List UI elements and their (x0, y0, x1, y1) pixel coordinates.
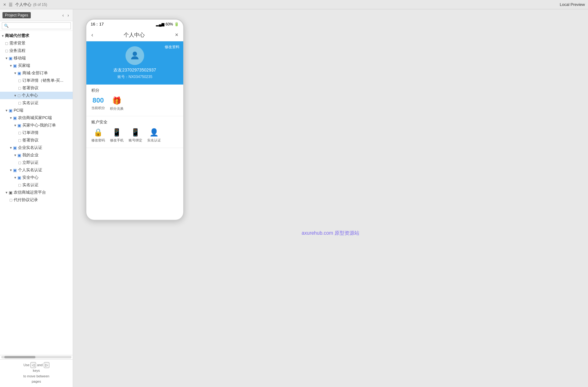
chevron-icon: ▼ (1, 34, 4, 38)
tree-item-qsxy1[interactable]: ▢ 签署协议 (0, 84, 73, 92)
chevron-icon: ▼ (9, 168, 12, 172)
watermark: axurehub.com 原型资源站 (85, 230, 576, 237)
tree-item-qbdd[interactable]: ▼ ▣ 商城-全部订单 (0, 69, 73, 77)
close-icon[interactable]: ✕ (3, 2, 6, 7)
chevron-icon: ▼ (14, 71, 17, 75)
chevron-icon: ▼ (14, 94, 17, 97)
page-title: 个人中心 (15, 2, 31, 7)
avatar (125, 46, 144, 65)
nav-arrows: ‹ › (61, 12, 70, 18)
main-layout: Project Pages ‹ › ▼ 商城代付需求 ▢ 需求背景 ▢ (0, 9, 588, 387)
tree-item-nxmjpc[interactable]: ▼ ▣ 农信商城买家PC端 (0, 114, 73, 122)
battery-pct: 60% (166, 22, 173, 26)
tree-item-smrz1[interactable]: ▢ 实名认证 (0, 99, 73, 107)
close-button[interactable]: × (175, 32, 178, 38)
tree-item-ddxq[interactable]: ▢ 订单详情（销售单-买... (0, 77, 73, 84)
footer-keys: keys (33, 369, 40, 372)
tree-item-wdqy[interactable]: ▼ ▣ 我的企业 (0, 151, 73, 159)
chevron-icon: ▼ (9, 116, 12, 120)
points-title: 积分 (91, 88, 178, 93)
nav-back-button[interactable]: ‹ (61, 12, 65, 18)
tree-label: 立即认证 (22, 160, 39, 165)
signal-icon: ▂▄▆ (156, 22, 164, 26)
tree-label: 企业实名认证 (18, 145, 42, 150)
phone-page-title: 个人中心 (124, 31, 145, 39)
tree-label: 商城-全部订单 (22, 70, 48, 76)
tree-label: 安全中心 (22, 175, 39, 180)
tree-item-ddxqpc[interactable]: ▢ 订单详情 (0, 129, 73, 136)
section-header-shcheng: ▼ 商城代付需求 (0, 32, 73, 39)
tree-item-mjzx[interactable]: ▼ ▣ 买家中心-我的订单 (0, 122, 73, 129)
folder-icon: ▣ (9, 108, 12, 113)
scrollbar[interactable] (0, 355, 73, 359)
chevron-icon: ▼ (9, 64, 12, 67)
tree-item-aqzx[interactable]: ▼ ▣ 安全中心 (0, 174, 73, 181)
section-label: 商城代付需求 (5, 33, 29, 39)
tree-item-mjd[interactable]: ▼ ▣ 买家端 (0, 62, 73, 69)
search-input[interactable] (2, 22, 71, 29)
tree-label: 订单详情 (22, 130, 39, 136)
content-area: 16：17 ▂▄▆ 60% 🔋 ‹ 个人中心 × 修改资料 (73, 9, 588, 387)
tree-label: 买家中心-我的订单 (22, 122, 56, 128)
change-phone-item[interactable]: 📱 修改手机 (110, 128, 124, 143)
nav-forward-button[interactable]: › (66, 12, 70, 18)
current-points-item[interactable]: 800 当前积分 (91, 96, 105, 111)
person-icon: 👤 (149, 128, 159, 137)
phone-nav-header: ‹ 个人中心 × (86, 29, 183, 41)
bind-account-label: 账号绑定 (129, 138, 142, 143)
tree-item-pcd[interactable]: ▼ ▣ PC端 (0, 107, 73, 114)
tree-item-smrz2[interactable]: ▢ 实名认证 (0, 181, 73, 189)
account-prefix: 账号： (117, 75, 129, 79)
tree-item-qysmrz[interactable]: ▼ ▣ 企业实名认证 (0, 144, 73, 151)
folder-icon: ▣ (13, 168, 17, 173)
local-preview-label: Local Preview (560, 2, 585, 7)
tree-label: 实名认证 (22, 182, 39, 188)
real-name-item[interactable]: 👤 实名认证 (147, 128, 161, 143)
tree-item-nxscyypt[interactable]: ▼ ▣ 农信商城运营平台 (0, 189, 73, 196)
chevron-icon: ▼ (14, 124, 17, 127)
security-grid: 🔒 修改密码 📱 修改手机 📱 账号绑定 👤 实名认证 (91, 128, 178, 146)
tree-item-ywlc[interactable]: ▢ 业务流程 (0, 47, 73, 54)
lock-icon: 🔒 (93, 128, 103, 137)
tree-label: 我的企业 (22, 152, 39, 158)
doc-icon: ▢ (18, 79, 21, 83)
tree-item-grsmrz[interactable]: ▼ ▣ 个人实名认证 (0, 166, 73, 174)
menu-icon[interactable]: ☰ (9, 2, 13, 7)
bind-account-item[interactable]: 📱 账号绑定 (129, 128, 142, 143)
folder-icon: ▣ (17, 153, 21, 158)
doc-icon: ▢ (9, 198, 12, 202)
tree-label: PC端 (14, 108, 23, 113)
security-section: 账户安全 🔒 修改密码 📱 修改手机 📱 账号绑定 � (86, 116, 183, 148)
change-password-item[interactable]: 🔒 修改密码 (91, 128, 105, 143)
doc-icon: ▢ (18, 138, 21, 142)
chevron-icon: ▼ (14, 154, 17, 157)
tree-item-ydd[interactable]: ▼ ▣ 移动端 (0, 54, 73, 62)
username: 农友2370297350293​7 (113, 67, 156, 73)
phone-frame: 16：17 ▂▄▆ 60% 🔋 ‹ 个人中心 × 修改资料 (85, 19, 184, 221)
battery-icon: 🔋 (174, 22, 179, 26)
project-pages-badge[interactable]: Project Pages (2, 12, 31, 18)
tree-item-qsxypc[interactable]: ▢ 签署协议 (0, 136, 73, 144)
back-icon[interactable]: ‹ (91, 32, 93, 38)
tree-item-grzx[interactable]: ▼ ▢ 个人中心 (0, 92, 73, 99)
chevron-icon: ▼ (9, 146, 12, 150)
footer-and: and (37, 363, 43, 367)
security-title: 账户安全 (91, 119, 178, 125)
tree-label: 个人中心 (22, 93, 38, 98)
scrollbar-thumb (4, 356, 35, 358)
account-id-value: NX034750235 (129, 75, 153, 79)
folder-icon: ▣ (17, 71, 21, 76)
key-forward-badge: ▷ (44, 362, 49, 368)
scrollbar-track (1, 356, 71, 358)
tree-item-xqbj[interactable]: ▢ 需求背景 (0, 39, 73, 47)
tree-item-dfxyjl[interactable]: ▢ 代付协议记录 (0, 196, 73, 204)
gift-icon: 🎁 (112, 96, 121, 105)
exchange-points-item[interactable]: 🎁 积分兑换 (110, 96, 124, 111)
search-bar (0, 21, 73, 31)
sidebar-footer: Use ◁ and ▷ keys to move between pages (0, 359, 73, 387)
tree-label: 订单详情（销售单-买... (22, 78, 63, 83)
folder-icon: ▣ (17, 175, 21, 180)
edit-profile-link[interactable]: 修改资料 (165, 44, 180, 50)
tree-item-ljrz[interactable]: ▢ 立即认证 (0, 159, 73, 166)
doc-icon: ▢ (17, 94, 21, 98)
